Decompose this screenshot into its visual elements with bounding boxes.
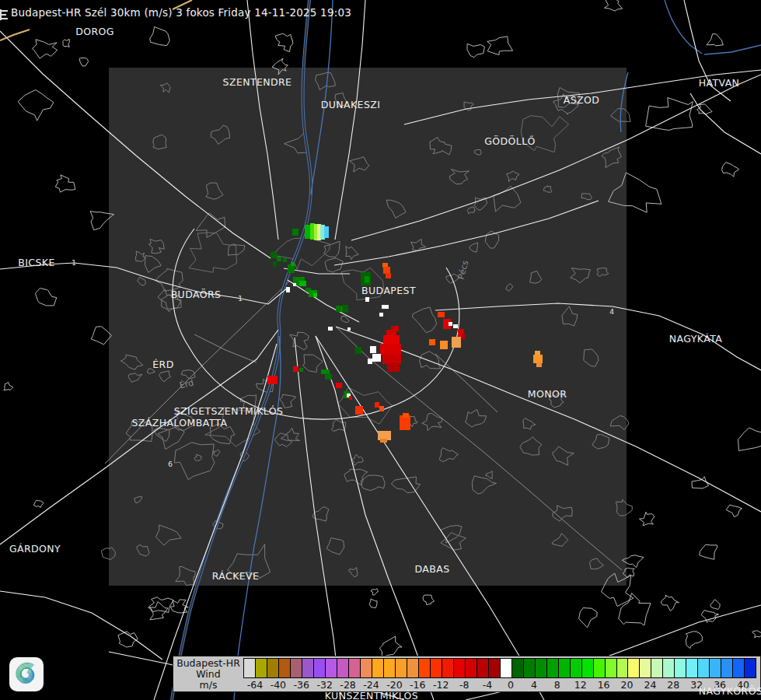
legend-color-cell — [396, 659, 407, 677]
radar-echo — [403, 413, 409, 418]
radar-echo — [379, 313, 383, 317]
legend-color-cell — [536, 659, 546, 677]
legend-color-cell — [244, 659, 255, 677]
legend-tick-label: 24 — [644, 679, 656, 691]
legend-color-cell — [663, 659, 674, 677]
radar-echo — [336, 383, 342, 388]
radar-echo — [533, 355, 543, 363]
radar-echo — [293, 366, 298, 372]
radar-echo — [365, 297, 369, 302]
swirl-logo-icon — [9, 657, 44, 691]
legend-tick-label: -64 — [247, 679, 263, 691]
legend-tick-label: -20 — [386, 679, 402, 691]
legend-tick-label: 4 — [531, 679, 537, 691]
radar-echo — [386, 273, 391, 278]
radar-title: Budapest-HR Szél 30km (m/s) 3 fokos Frid… — [11, 6, 351, 19]
legend-color-cell — [384, 659, 395, 677]
radar-echo — [325, 374, 332, 380]
legend-tick-label: -28 — [340, 679, 355, 691]
legend-color-cell — [675, 659, 686, 677]
legend-color-cell — [431, 659, 442, 677]
legend-color-cell — [267, 659, 278, 677]
radar-echo — [452, 337, 461, 348]
radar-echo — [380, 344, 401, 355]
radar-echo — [349, 396, 352, 400]
legend-color-cell — [640, 659, 651, 677]
legend-tick-label: -4 — [483, 679, 492, 691]
radar-echo — [382, 355, 401, 364]
radar-echo — [453, 324, 458, 328]
radar-echo — [324, 226, 329, 238]
legend-color-cell — [512, 659, 523, 677]
legend-color-cell — [501, 659, 511, 677]
wind-legend: Budapest-HR Wind m/s -64-40-36-32-28-24-… — [173, 656, 761, 692]
radar-echo — [438, 312, 445, 317]
legend-color-cell — [442, 659, 453, 677]
legend-color-cell — [547, 659, 558, 677]
legend-color-cell — [617, 659, 628, 677]
legend-color-cell — [745, 659, 756, 677]
legend-tick-label: -8 — [459, 679, 469, 691]
legend-color-cell — [582, 659, 593, 677]
radar-echo — [372, 354, 381, 362]
legend-tick-label: -12 — [433, 679, 449, 691]
met-service-logo — [9, 657, 44, 691]
radar-echo — [440, 341, 448, 349]
legend-color-cell — [698, 659, 709, 677]
legend-quantity: Wind — [173, 669, 243, 680]
legend-color-cell — [686, 659, 697, 677]
radar-echo — [321, 369, 330, 374]
legend-tick-label: -32 — [316, 679, 332, 691]
legend-product-name: Budapest-HR — [173, 658, 243, 669]
legend-color-cell — [594, 659, 605, 677]
legend-color-cell — [326, 659, 337, 677]
radar-echo — [328, 327, 333, 331]
radar-echo — [380, 439, 387, 443]
legend-color-cell — [349, 659, 360, 677]
legend-tick-label: 32 — [690, 679, 703, 691]
radar-echo — [536, 362, 542, 367]
legend-tick-label: -36 — [294, 679, 309, 691]
radar-echo — [347, 327, 351, 331]
legend-color-cell — [337, 659, 348, 677]
legend-tick-label: 40 — [737, 679, 749, 691]
legend-color-cell — [314, 659, 325, 677]
radar-echo — [305, 225, 311, 239]
legend-color-cell — [710, 659, 721, 677]
radar-echo — [291, 262, 295, 266]
radar-echo — [355, 406, 363, 415]
legend-tick-label: 0 — [508, 679, 514, 691]
legend-tick-label: 36 — [714, 679, 726, 691]
radar-echo — [382, 305, 389, 309]
radar-echo — [286, 287, 290, 292]
legend-tick-label: -40 — [271, 679, 286, 691]
radar-echo — [273, 261, 277, 267]
legend-tick-label: 16 — [598, 679, 610, 691]
product-glyph-icon — [0, 9, 9, 20]
radar-echo — [375, 402, 379, 408]
legend-color-cell — [733, 659, 744, 677]
radar-echo — [355, 347, 361, 354]
radar-echo — [293, 283, 296, 286]
legend-color-cell — [302, 659, 313, 677]
legend-color-cell — [291, 659, 302, 677]
legend-color-cell — [524, 659, 535, 677]
legend-color-cell — [721, 659, 732, 677]
legend-color-cell — [559, 659, 570, 677]
radar-echo — [283, 258, 287, 262]
legend-color-cell — [489, 659, 500, 677]
radar-echo — [387, 363, 400, 372]
radar-echo — [292, 229, 298, 236]
radar-echo — [370, 346, 376, 353]
legend-color-cell — [466, 659, 476, 677]
radar-echo — [277, 257, 281, 261]
radar-echo — [449, 322, 452, 326]
radar-echo — [299, 368, 303, 372]
radar-echo — [368, 359, 372, 364]
legend-color-cell — [454, 659, 465, 677]
radar-echo — [342, 305, 348, 313]
legend-unit: m/s — [173, 680, 243, 691]
legend-color-cell — [419, 659, 430, 677]
legend-color-cell — [651, 659, 662, 677]
legend-colorbar — [243, 658, 756, 678]
